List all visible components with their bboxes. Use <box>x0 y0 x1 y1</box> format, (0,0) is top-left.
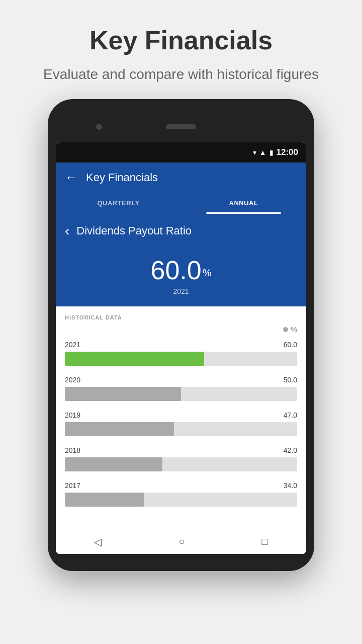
battery-icon: ▮ <box>269 148 274 156</box>
bar-year-2017: 2017 <box>65 481 80 490</box>
bar-fill-2020 <box>65 387 181 401</box>
bar-value-2020: 50.0 <box>284 376 297 384</box>
bar-track-2017 <box>65 493 297 507</box>
bar-row-2020: 2020 50.0 <box>65 376 297 401</box>
bar-track-2019 <box>65 422 297 436</box>
value-display: 60.0% 2021 <box>56 250 306 306</box>
bar-chart: 2021 60.0 2020 50.0 2019 47.0 <box>65 341 297 521</box>
metric-title: Dividends Payout Ratio <box>76 224 192 237</box>
status-time: 12:00 <box>277 147 298 157</box>
tabs-bar: QUARTERLY ANNUAL <box>56 192 306 214</box>
phone-camera <box>96 124 102 130</box>
bar-year-2018: 2018 <box>65 446 80 454</box>
bar-year-2020: 2020 <box>65 376 80 384</box>
bar-value-2017: 34.0 <box>284 481 297 490</box>
nav-home-button[interactable]: ○ <box>178 536 185 547</box>
bar-value-2021: 60.0 <box>284 341 297 349</box>
phone-shell: ▾ ▲ ▮ 12:00 ← Key Financials QUARTERLY A… <box>48 99 314 571</box>
bar-track-2020 <box>65 387 297 401</box>
metric-value: 60.0 <box>150 256 201 285</box>
status-bar: ▾ ▲ ▮ 12:00 <box>56 142 306 163</box>
bar-fill-2021 <box>65 352 204 366</box>
metric-back-button[interactable]: ‹ <box>65 223 69 239</box>
nav-recents-button[interactable]: □ <box>261 536 267 547</box>
legend-dot <box>283 327 288 332</box>
bar-value-2019: 47.0 <box>284 411 297 419</box>
signal-icon: ▲ <box>259 148 266 156</box>
page-subtitle: Evaluate and compare with historical fig… <box>30 64 332 84</box>
legend-row: % <box>65 326 297 334</box>
tab-annual[interactable]: ANNUAL <box>181 192 306 214</box>
bar-track-2021 <box>65 352 297 366</box>
metric-year: 2021 <box>56 287 306 295</box>
phone-nav: ◁ ○ □ <box>56 529 306 554</box>
bar-year-2019: 2019 <box>65 411 80 419</box>
bar-row-2017: 2017 34.0 <box>65 481 297 507</box>
phone-screen: ▾ ▲ ▮ 12:00 ← Key Financials QUARTERLY A… <box>56 142 306 554</box>
page-title: Key Financials <box>30 25 332 55</box>
bar-fill-2019 <box>65 422 174 436</box>
historical-section: HISTORICAL DATA % 2021 60.0 2020 50.0 <box>56 306 306 529</box>
tab-quarterly[interactable]: QUARTERLY <box>56 192 181 214</box>
bar-row-2021: 2021 60.0 <box>65 341 297 366</box>
bar-row-2018: 2018 42.0 <box>65 446 297 471</box>
nav-back-button[interactable]: ◁ <box>94 536 102 548</box>
wifi-icon: ▾ <box>253 148 256 156</box>
app-bar: ← Key Financials <box>56 163 306 192</box>
bar-row-2019: 2019 47.0 <box>65 411 297 436</box>
bar-fill-2017 <box>65 493 144 507</box>
legend-unit: % <box>291 326 297 334</box>
bar-track-2018 <box>65 457 297 471</box>
phone-speaker <box>166 124 196 129</box>
metric-header: ‹ Dividends Payout Ratio <box>56 214 306 250</box>
bar-value-2018: 42.0 <box>284 446 297 454</box>
metric-unit: % <box>203 267 212 278</box>
app-bar-title: Key Financials <box>86 171 158 184</box>
status-icons: ▾ ▲ ▮ 12:00 <box>253 147 298 157</box>
historical-label: HISTORICAL DATA <box>65 314 297 320</box>
app-back-button[interactable]: ← <box>65 170 78 185</box>
bar-fill-2018 <box>65 457 162 471</box>
bar-year-2021: 2021 <box>65 341 80 349</box>
